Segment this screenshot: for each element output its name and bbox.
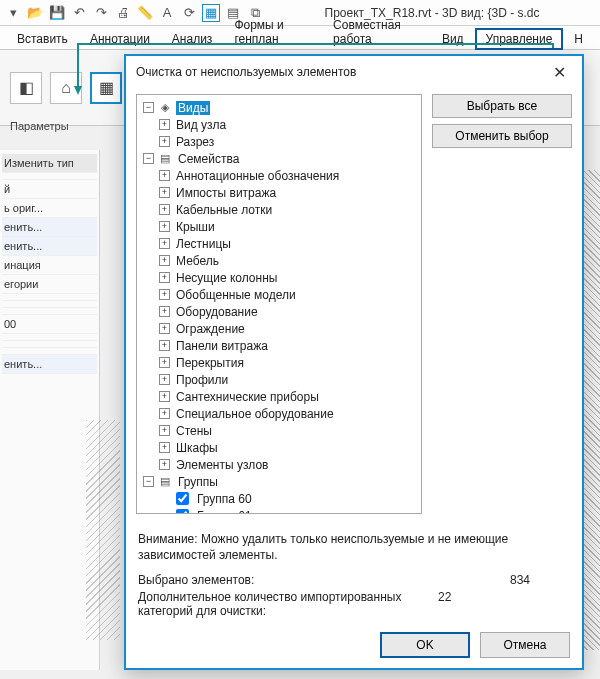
tree-label: Панели витража xyxy=(174,339,270,353)
tree-node[interactable]: +Шкафы xyxy=(141,439,421,456)
expand-icon[interactable]: + xyxy=(159,374,170,385)
expand-icon[interactable]: + xyxy=(159,204,170,215)
sync-icon[interactable]: ⟳ xyxy=(180,4,198,22)
tree-label: Кабельные лотки xyxy=(174,203,274,217)
tree-node[interactable]: +Лестницы xyxy=(141,235,421,252)
redo-icon[interactable]: ↷ xyxy=(92,4,110,22)
tree-label: Специальное оборудование xyxy=(174,407,336,421)
expand-icon[interactable]: + xyxy=(159,340,170,351)
tree-node[interactable]: +Разрез xyxy=(141,133,421,150)
close-icon[interactable]: ✕ xyxy=(547,61,572,84)
properties-palette: Изменить тип й ь ориг... енить... енить.… xyxy=(0,150,100,670)
tree-node[interactable]: +Стены xyxy=(141,422,421,439)
expand-icon[interactable]: + xyxy=(159,119,170,130)
expand-icon[interactable]: + xyxy=(159,459,170,470)
tree-node[interactable]: +Несущие колонны xyxy=(141,269,421,286)
tree-label: Вид узла xyxy=(174,118,228,132)
cancel-button[interactable]: Отмена xyxy=(480,632,570,658)
expand-icon[interactable]: + xyxy=(159,221,170,232)
tree-label: Группа 61 xyxy=(195,509,254,515)
tree-node[interactable]: +Сантехнические приборы xyxy=(141,388,421,405)
tab-view[interactable]: Вид xyxy=(431,28,475,49)
tab-analyze[interactable]: Анализ xyxy=(161,28,224,49)
expand-icon[interactable]: + xyxy=(159,255,170,266)
expand-icon[interactable]: + xyxy=(159,238,170,249)
materials-button[interactable]: ◧ xyxy=(10,72,42,104)
expand-icon[interactable]: + xyxy=(159,136,170,147)
tree-node[interactable]: +Вид узла xyxy=(141,116,421,133)
dialog-title: Очистка от неиспользуемых элементов xyxy=(136,65,356,79)
tree-checkbox[interactable] xyxy=(176,492,189,505)
expand-icon[interactable]: + xyxy=(159,357,170,368)
panel-label: Параметры xyxy=(10,120,69,132)
tree-label: Мебель xyxy=(174,254,221,268)
expand-icon[interactable]: + xyxy=(159,187,170,198)
tree-label: Аннотационные обозначения xyxy=(174,169,341,183)
expand-icon[interactable]: + xyxy=(159,408,170,419)
tree-node[interactable]: +Ограждение xyxy=(141,320,421,337)
tree-label: Импосты витража xyxy=(174,186,278,200)
tree-node[interactable]: Группа 60 xyxy=(141,490,421,507)
tree-checkbox[interactable] xyxy=(176,509,189,514)
expand-icon[interactable]: + xyxy=(159,306,170,317)
qat-icon[interactable]: ▾ xyxy=(4,4,22,22)
expand-icon[interactable]: − xyxy=(143,102,154,113)
expand-icon[interactable]: + xyxy=(159,272,170,283)
tree-node[interactable]: +Кабельные лотки xyxy=(141,201,421,218)
tab-more[interactable]: Н xyxy=(563,28,594,49)
tree-label: Обобщенные модели xyxy=(174,288,298,302)
tree-label: Элементы узлов xyxy=(174,458,270,472)
tree-node[interactable]: +Аннотационные обозначения xyxy=(141,167,421,184)
tree-node[interactable]: −◈Виды xyxy=(141,99,421,116)
tab-massing[interactable]: Формы и генплан xyxy=(223,14,322,49)
expand-icon[interactable]: + xyxy=(159,170,170,181)
views-icon: ◈ xyxy=(158,101,172,115)
select-all-button[interactable]: Выбрать все xyxy=(432,94,572,118)
measure-icon[interactable]: 📏 xyxy=(136,4,154,22)
tree-node[interactable]: +Перекрытия xyxy=(141,354,421,371)
tree-node[interactable]: +Оборудование xyxy=(141,303,421,320)
tree-node[interactable]: Группа 61 xyxy=(141,507,421,514)
type-selector[interactable]: Изменить тип xyxy=(2,154,97,173)
tree-node[interactable]: +Профили xyxy=(141,371,421,388)
tab-collaborate[interactable]: Совместная работа xyxy=(322,14,431,49)
text-icon[interactable]: A xyxy=(158,4,176,22)
expand-icon[interactable]: − xyxy=(143,476,154,487)
tree-node[interactable]: +Специальное оборудование xyxy=(141,405,421,422)
tree-node[interactable]: −▤Семейства xyxy=(141,150,421,167)
tree-label: Профили xyxy=(174,373,230,387)
tree-label: Сантехнические приборы xyxy=(174,390,321,404)
tab-insert[interactable]: Вставить xyxy=(6,28,79,49)
tree-node[interactable]: +Импосты витража xyxy=(141,184,421,201)
tab-annotate[interactable]: Аннотации xyxy=(79,28,161,49)
expand-icon[interactable]: + xyxy=(159,391,170,402)
tree-node[interactable]: +Элементы узлов xyxy=(141,456,421,473)
expand-icon[interactable]: + xyxy=(159,323,170,334)
ok-button[interactable]: OK xyxy=(380,632,470,658)
tree-node[interactable]: −▤Группы xyxy=(141,473,421,490)
save-icon[interactable]: 💾 xyxy=(48,4,66,22)
tree-label: Несущие колонны xyxy=(174,271,279,285)
purge-tree[interactable]: −◈Виды+Вид узла+Разрез−▤Семейства+Аннота… xyxy=(136,94,422,514)
tree-label: Стены xyxy=(174,424,214,438)
deselect-all-button[interactable]: Отменить выбор xyxy=(432,124,572,148)
tree-label: Ограждение xyxy=(174,322,247,336)
undo-icon[interactable]: ↶ xyxy=(70,4,88,22)
section-icon[interactable]: ▦ xyxy=(202,4,220,22)
purge-unused-button[interactable]: ▦ xyxy=(90,72,122,104)
tree-node[interactable]: +Мебель xyxy=(141,252,421,269)
tree-node[interactable]: +Обобщенные модели xyxy=(141,286,421,303)
tree-node[interactable]: +Панели витража xyxy=(141,337,421,354)
print-icon[interactable]: 🖨 xyxy=(114,4,132,22)
expand-icon[interactable]: − xyxy=(143,153,154,164)
tab-manage[interactable]: Управление xyxy=(475,28,564,50)
expand-icon[interactable]: + xyxy=(159,289,170,300)
selected-count-label: Выбрано элементов: xyxy=(138,573,510,587)
expand-icon[interactable]: + xyxy=(159,442,170,453)
extra-count-value: 22 xyxy=(438,590,498,618)
object-styles-button[interactable]: ⌂ xyxy=(50,72,82,104)
open-icon[interactable]: 📂 xyxy=(26,4,44,22)
tree-node[interactable]: +Крыши xyxy=(141,218,421,235)
expand-icon[interactable]: + xyxy=(159,425,170,436)
folder-icon: ▤ xyxy=(158,152,172,166)
